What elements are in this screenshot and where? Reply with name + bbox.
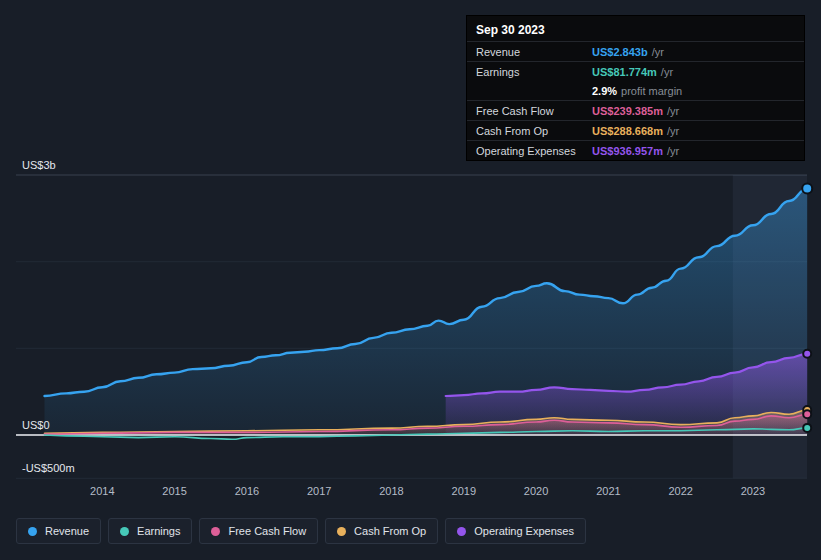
svg-text:2019: 2019 xyxy=(452,485,476,497)
tooltip-value: US$2.843b xyxy=(592,46,648,58)
tooltip-unit: /yr xyxy=(667,105,679,117)
tooltip-row-earnings: Earnings US$81.774m /yr xyxy=(467,61,804,81)
svg-text:2021: 2021 xyxy=(596,485,620,497)
tooltip-row-free-cash-flow: Free Cash Flow US$239.385m /yr xyxy=(467,100,804,120)
revenue-color-dot-icon xyxy=(28,527,37,536)
tooltip-label: Revenue xyxy=(476,46,592,58)
tooltip-row-revenue: Revenue US$2.843b /yr xyxy=(467,41,804,61)
opex-color-dot-icon xyxy=(457,527,466,536)
legend-label: Free Cash Flow xyxy=(228,525,306,537)
svg-text:2014: 2014 xyxy=(90,485,114,497)
end-marker-earnings[interactable] xyxy=(803,424,811,432)
svg-text:US$3b: US$3b xyxy=(22,159,56,171)
fcf-color-dot-icon xyxy=(211,527,220,536)
svg-text:2018: 2018 xyxy=(379,485,403,497)
legend-item-revenue[interactable]: Revenue xyxy=(16,518,101,544)
tooltip-value: US$239.385m xyxy=(592,105,663,117)
tooltip-label: Cash From Op xyxy=(476,125,592,137)
svg-text:2015: 2015 xyxy=(162,485,186,497)
legend-item-fcf[interactable]: Free Cash Flow xyxy=(199,518,318,544)
highlight-band xyxy=(733,175,807,478)
tooltip-value: 2.9% xyxy=(592,85,617,97)
tooltip-unit: /yr xyxy=(667,145,679,157)
legend-item-cashop[interactable]: Cash From Op xyxy=(325,518,438,544)
svg-text:2023: 2023 xyxy=(741,485,765,497)
tooltip-unit: /yr xyxy=(661,66,673,78)
legend-item-opex[interactable]: Operating Expenses xyxy=(445,518,586,544)
x-axis-labels: 2014201520162017201820192020202120222023 xyxy=(90,485,765,497)
legend-item-earnings[interactable]: Earnings xyxy=(108,518,192,544)
tooltip-date: Sep 30 2023 xyxy=(467,16,804,41)
tooltip-unit: profit margin xyxy=(621,85,682,97)
end-marker-opex[interactable] xyxy=(803,350,811,358)
tooltip-label: Operating Expenses xyxy=(476,145,592,157)
end-marker-revenue[interactable] xyxy=(802,184,812,194)
svg-text:US$0: US$0 xyxy=(22,419,50,431)
chart-legend: RevenueEarningsFree Cash FlowCash From O… xyxy=(16,518,586,544)
legend-label: Operating Expenses xyxy=(474,525,574,537)
end-marker-fcf[interactable] xyxy=(803,410,811,418)
financial-history-chart: US$3bUS$0-US$500m20142015201620172018201… xyxy=(0,0,821,560)
legend-label: Revenue xyxy=(45,525,89,537)
chart-tooltip: Sep 30 2023 Revenue US$2.843b /yr Earnin… xyxy=(466,15,805,161)
tooltip-row-operating-expenses: Operating Expenses US$936.957m /yr xyxy=(467,140,804,160)
tooltip-unit: /yr xyxy=(652,46,664,58)
tooltip-row-cash-from-op: Cash From Op US$288.668m /yr xyxy=(467,120,804,140)
cashop-color-dot-icon xyxy=(337,527,346,536)
tooltip-value: US$936.957m xyxy=(592,145,663,157)
svg-text:2022: 2022 xyxy=(668,485,692,497)
svg-text:2020: 2020 xyxy=(524,485,548,497)
tooltip-label: Earnings xyxy=(476,66,592,78)
tooltip-label: Free Cash Flow xyxy=(476,105,592,117)
earnings-color-dot-icon xyxy=(120,527,129,536)
svg-text:2016: 2016 xyxy=(235,485,259,497)
tooltip-value: US$288.668m xyxy=(592,125,663,137)
tooltip-row-profit-margin: 2.9% profit margin xyxy=(467,81,804,100)
svg-text:-US$500m: -US$500m xyxy=(22,462,75,474)
tooltip-value: US$81.774m xyxy=(592,66,657,78)
legend-label: Cash From Op xyxy=(354,525,426,537)
tooltip-unit: /yr xyxy=(667,125,679,137)
svg-text:2017: 2017 xyxy=(307,485,331,497)
legend-label: Earnings xyxy=(137,525,180,537)
